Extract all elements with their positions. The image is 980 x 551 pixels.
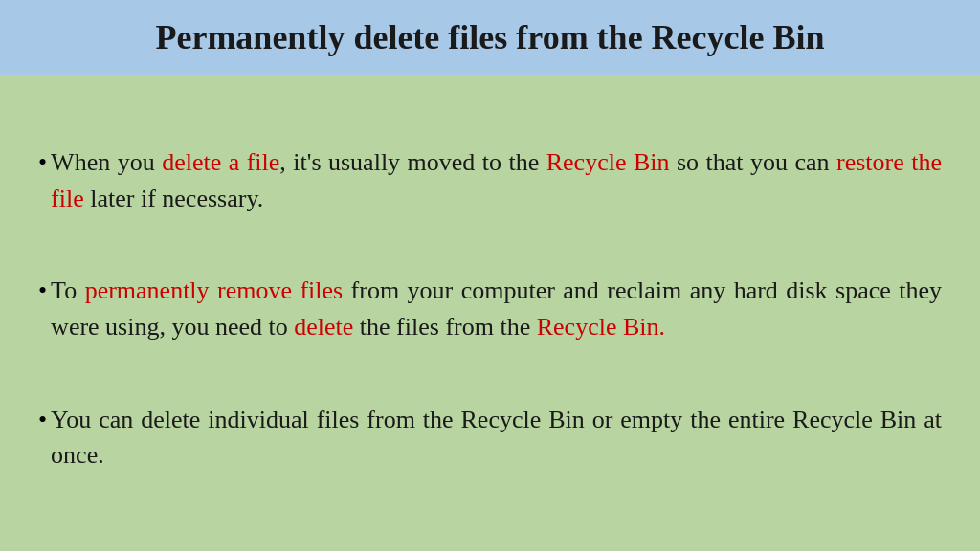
bullet-text-3: You can delete individual files from the…: [51, 402, 942, 474]
bullet-item-1: • When you delete a file, it's usually m…: [38, 144, 942, 216]
bullet-marker-3: •: [38, 402, 47, 438]
bullet-text-1: When you delete a file, it's usually mov…: [51, 144, 942, 216]
highlight-delete-file: delete a file: [162, 148, 279, 176]
highlight-delete: delete: [294, 313, 360, 341]
highlight-recycle-bin-2: Recycle Bin.: [537, 313, 665, 341]
bullet-marker-2: •: [38, 273, 47, 309]
slide: Permanently delete files from the Recycl…: [0, 0, 980, 551]
highlight-permanently-remove: permanently remove files: [85, 276, 344, 304]
bullet-item-2: • To permanently remove files from your …: [38, 273, 942, 344]
slide-title: Permanently delete files from the Recycl…: [29, 17, 951, 57]
slide-body: • When you delete a file, it's usually m…: [0, 75, 980, 551]
bullet-item-3: • You can delete individual files from t…: [38, 402, 942, 474]
bullet-text-2: To permanently remove files from your co…: [51, 273, 942, 344]
slide-header: Permanently delete files from the Recycl…: [0, 0, 980, 75]
highlight-recycle-bin-1: Recycle Bin: [546, 148, 670, 176]
bullet-marker-1: •: [38, 144, 47, 181]
